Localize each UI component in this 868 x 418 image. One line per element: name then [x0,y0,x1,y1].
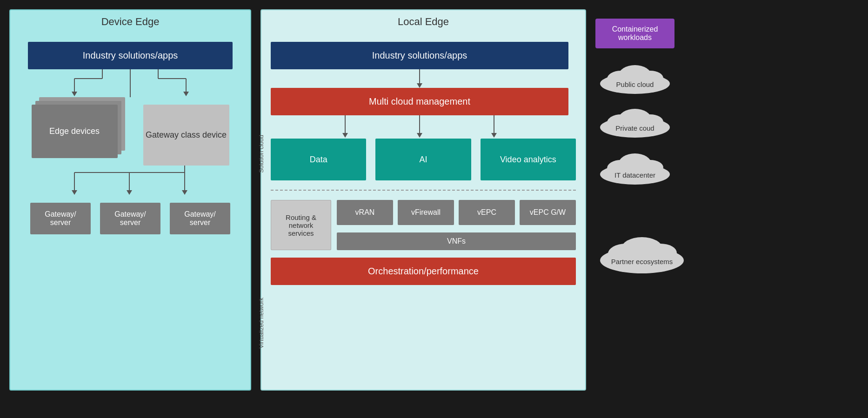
vepc-box: vEPC [459,200,515,225]
partner-ecosystems-container: Partner ecosystems [595,232,698,276]
svg-marker-18 [417,83,422,88]
data-box: Data [271,139,366,180]
svg-marker-27 [491,133,497,138]
de-arrows-bottom [28,166,233,203]
gateway-server-2: Gateway/ server [100,203,160,234]
le-arrow-1 [271,69,568,88]
virtualized-label: Virtualized network [258,298,265,349]
it-datacenter-shape: IT datacenter [595,149,674,186]
it-datacenter-label: IT datacenter [614,171,655,179]
svg-marker-12 [72,190,77,195]
le-industry-solutions: Industry solutions/apps [271,42,568,69]
partner-ecosystems-label: Partner ecosystems [611,258,673,265]
svg-marker-16 [182,190,187,195]
vfirewall-box: vFirewall [398,200,454,225]
local-edge-title: Local Edge [398,16,449,28]
right-panel: Containerized workloads Public cloud Pri… [595,9,698,276]
private-cloud-label: Private coud [615,124,654,132]
vepcgw-box: vEPC G/W [520,200,576,225]
partner-ecosystems-shape: Partner ecosystems [595,232,688,274]
teal-boxes-row: Data AI Video analytics [271,139,576,180]
multi-cloud-mgmt: Multi cloud management [271,88,568,115]
svg-marker-23 [342,133,348,138]
dashed-divider [271,190,576,191]
gateway-class-device: Gateway class device [143,105,229,166]
edge-devices-label: Edge devices [49,126,100,136]
gateway-servers-row: Gateway/ server Gateway/ server Gateway/… [30,203,230,234]
device-edge-panel: Device Edge Industry solutions/apps [9,9,251,391]
public-cloud-container: Public cloud [595,61,698,96]
gateway-server-3: Gateway/ server [170,203,230,234]
svg-marker-14 [127,190,132,195]
vnf-row: Routing & network services vRAN vFirewal… [271,200,576,250]
routing-box: Routing & network services [271,200,331,250]
public-cloud-shape: Public cloud [595,61,674,94]
svg-marker-7 [183,92,189,96]
svg-marker-25 [417,133,422,138]
de-industry-solutions: Industry solutions/apps [28,42,233,69]
vran-box: vRAN [337,200,393,225]
video-analytics-box: Video analytics [481,139,576,180]
private-cloud-container: Private coud [595,105,698,139]
private-cloud-shape: Private coud [595,105,674,138]
le-arrow-2 [271,115,568,139]
containerized-workloads: Containerized workloads [595,19,674,48]
svg-marker-3 [72,92,77,96]
local-edge-panel: Local Edge Solution cloud Virtualized ne… [260,9,586,391]
de-arrows-top [28,69,233,97]
gateway-server-1: Gateway/ server [30,203,91,234]
it-datacenter-container: IT datacenter [595,149,698,188]
ai-box: AI [375,139,471,180]
gateway-class-label: Gateway class device [146,130,227,140]
device-edge-title: Device Edge [101,16,160,28]
edge-devices-stack: Edge devices [32,97,125,165]
vnfs-bar: VNFs [337,232,576,250]
solution-cloud-label: Solution cloud [258,135,265,173]
orchestration-box: Orchestration/performance [271,258,576,285]
public-cloud-label: Public cloud [616,80,654,88]
